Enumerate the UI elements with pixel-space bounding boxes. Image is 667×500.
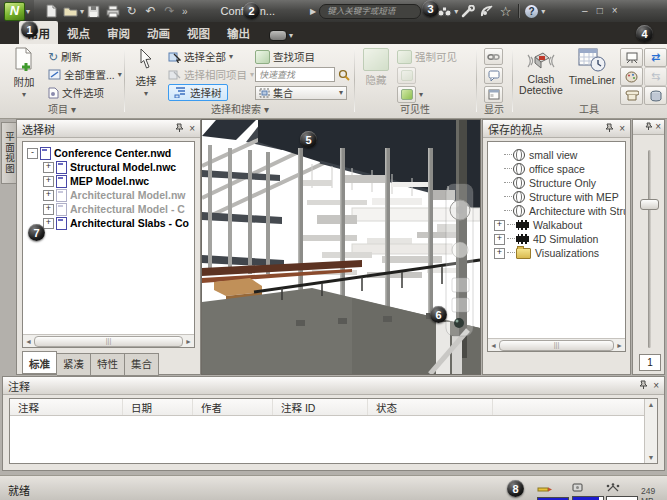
favorites-button[interactable]: ☆ [496, 2, 515, 20]
links-button[interactable] [484, 48, 503, 65]
plan-view-vertical-tab[interactable]: 平面视图 [1, 122, 17, 184]
viewpoint-item[interactable]: Structure Only [494, 176, 625, 190]
expand-toggle[interactable]: + [43, 176, 54, 187]
column-author[interactable]: 作者 [193, 399, 273, 415]
horizontal-scrollbar[interactable]: ◄ ||| ► [23, 334, 194, 347]
communication-center-button[interactable] [477, 2, 496, 20]
column-status[interactable]: 状态 [368, 399, 493, 415]
tab-sets[interactable]: 集合 [125, 353, 159, 376]
quick-properties-button[interactable] [484, 67, 503, 84]
help-dropdown-icon[interactable]: ▾ [541, 7, 545, 16]
quick-find-search-icon[interactable] [338, 69, 351, 81]
tree-item[interactable]: + Architectural Model.nw [27, 188, 194, 202]
open-file-button[interactable] [61, 2, 80, 20]
pin-icon[interactable] [175, 123, 184, 134]
expand-toggle[interactable]: + [43, 162, 54, 173]
group-label-project[interactable]: 项目 ▾ [2, 101, 122, 116]
scrollbar-thumb[interactable]: ||| [499, 340, 614, 351]
undo-button[interactable]: ↶ [141, 2, 160, 20]
tab-properties[interactable]: 特性 [91, 353, 125, 376]
tab-standard[interactable]: 标准 [22, 351, 57, 374]
tab-viewpoint[interactable]: 视点 [59, 21, 98, 44]
tab-output[interactable]: 输出 [219, 21, 258, 44]
scroll-left-icon[interactable]: ◄ [490, 342, 497, 349]
select-button[interactable]: 选择 ▾ [130, 48, 162, 98]
viewpoint-item[interactable]: small view [494, 148, 625, 162]
save-button[interactable] [84, 2, 103, 20]
tree-item[interactable]: + Structural Model.nwc [27, 160, 194, 174]
close-icon[interactable]: × [655, 122, 661, 132]
infocenter-search-input[interactable] [319, 4, 421, 19]
scroll-right-icon[interactable]: ► [185, 338, 192, 345]
subscription-wrench-button[interactable] [458, 2, 477, 20]
comments-table-body-empty[interactable] [10, 416, 657, 464]
refresh-model-button[interactable]: ↻ 刷新 [48, 49, 82, 64]
column-comment[interactable]: 注释 [10, 399, 123, 415]
presenter-button[interactable] [620, 48, 643, 67]
expand-toggle[interactable]: + [494, 220, 505, 231]
scroll-left-icon[interactable]: ◄ [25, 338, 32, 345]
column-date[interactable]: 日期 [123, 399, 193, 415]
folder-item[interactable]: +Visualizations [494, 246, 625, 260]
slider-track[interactable] [648, 150, 651, 348]
maximize-button[interactable]: □ [592, 3, 607, 19]
sets-dropdown[interactable]: 集合 ▾ [255, 85, 347, 100]
scrollbar-thumb[interactable]: ||| [34, 336, 183, 347]
tab-view[interactable]: 视图 [179, 21, 218, 44]
scroll-right-icon[interactable]: ► [616, 342, 623, 349]
refresh-button[interactable]: ↻ [122, 2, 141, 20]
selection-tree-button[interactable]: 选择树 [168, 85, 228, 100]
animation-item[interactable]: +4D Simulation [494, 232, 625, 246]
qat-overflow-button[interactable]: » [182, 6, 188, 17]
compare-button[interactable]: ⇄ [644, 48, 667, 67]
collapse-toggle[interactable]: - [27, 148, 38, 159]
tree-item[interactable]: + MEP Model.nwc [27, 174, 194, 188]
print-button[interactable] [103, 2, 122, 20]
timeliner-button[interactable]: TimeLiner [568, 47, 616, 86]
title-expand-icon[interactable]: ▶ [310, 7, 316, 16]
scroll-down-icon[interactable]: ▼ [648, 454, 655, 461]
animation-item[interactable]: +Walkabout [494, 218, 625, 232]
expand-toggle[interactable]: + [43, 204, 54, 215]
append-button[interactable]: 附加 ▾ [6, 47, 42, 99]
expand-toggle[interactable]: + [43, 190, 54, 201]
new-file-button[interactable] [42, 2, 61, 20]
viewpoint-item[interactable]: Structure with MEP [494, 190, 625, 204]
unhide-all-button[interactable]: ▾ [397, 87, 423, 102]
slider-thumb[interactable] [640, 199, 659, 210]
help-button[interactable]: ? [522, 2, 541, 20]
ribbon-display-toggle-button[interactable]: ▾ [269, 30, 293, 41]
vertical-scrollbar[interactable]: ▲ ▼ [644, 399, 657, 463]
slider-value-field[interactable]: 1 [639, 354, 661, 371]
expand-toggle[interactable]: + [494, 234, 505, 245]
pin-icon[interactable] [605, 123, 614, 134]
expand-toggle[interactable]: + [494, 248, 505, 259]
find-items-button[interactable]: 查找项目 [255, 49, 315, 64]
horizontal-scrollbar[interactable]: ◄ ||| ► [488, 338, 625, 351]
scroll-up-icon[interactable]: ▲ [648, 401, 655, 408]
application-menu-button[interactable]: N ▾ [0, 0, 34, 22]
viewpoint-item[interactable]: Architecture with Structur [494, 204, 625, 218]
clash-detective-button[interactable]: Clash Detective [518, 47, 564, 95]
tab-compact[interactable]: 紧凑 [57, 353, 91, 376]
quick-find-input[interactable] [255, 67, 335, 82]
group-label-select-search[interactable]: 选择和搜索 ▾ [128, 101, 352, 116]
viewpoint-item[interactable]: office space [494, 162, 625, 176]
column-comment-id[interactable]: 注释 ID [273, 399, 368, 415]
file-options-button[interactable]: 文件选项 [48, 85, 104, 100]
pin-icon[interactable] [645, 122, 653, 132]
tree-item[interactable]: + Architectural Model - C [27, 202, 194, 216]
animator-button[interactable] [620, 67, 643, 86]
minimize-button[interactable]: – [577, 3, 592, 19]
tab-review[interactable]: 审阅 [99, 21, 138, 44]
select-all-button[interactable]: 选择全部 ▾ [168, 49, 233, 64]
close-icon[interactable]: × [653, 381, 659, 391]
pin-icon[interactable] [639, 380, 648, 391]
group-label-visibility[interactable]: 可见性 [356, 101, 474, 116]
viewport-3d-scene[interactable] [201, 119, 481, 375]
close-button[interactable]: × [607, 3, 622, 19]
tree-item[interactable]: + Architectural Slabs - Co [27, 216, 194, 230]
redo-button[interactable]: ↷ [160, 2, 179, 20]
close-icon[interactable]: × [189, 124, 195, 134]
reset-all-button[interactable]: 全部重置... ▾ [48, 67, 122, 82]
